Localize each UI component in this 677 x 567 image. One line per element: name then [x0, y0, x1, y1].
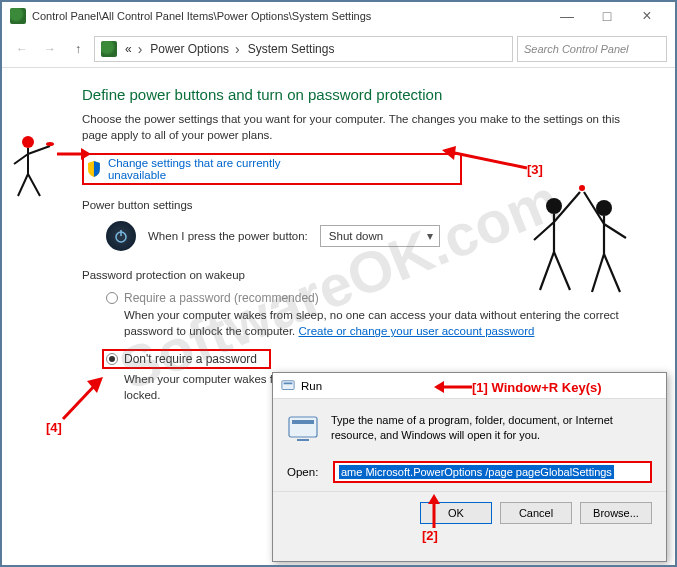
breadcrumb-icon [101, 41, 117, 57]
forward-button[interactable]: → [38, 37, 62, 61]
svg-rect-6 [297, 439, 309, 441]
crumb-power-options[interactable]: Power Options [150, 41, 239, 57]
search-input[interactable]: Search Control Panel [517, 36, 667, 62]
power-icon [106, 221, 136, 251]
password-section-title: Password protection on wakeup [82, 269, 625, 281]
radio-dont-require-password[interactable]: Don't require a password [102, 349, 271, 369]
run-title-text: Run [301, 380, 322, 392]
toolbar: ← → ↑ « Power Options System Settings Se… [2, 30, 675, 68]
run-icon [281, 379, 295, 393]
maximize-button[interactable]: □ [587, 5, 627, 27]
radio-dont-label: Don't require a password [124, 352, 257, 366]
page-heading: Define power buttons and turn on passwor… [82, 86, 625, 103]
ok-button[interactable]: OK [420, 502, 492, 524]
require-description: When your computer wakes from sleep, no … [82, 307, 625, 339]
radio-require-label: Require a password (recommended) [124, 291, 319, 305]
run-description: Type the name of a program, folder, docu… [331, 413, 652, 445]
power-button-label: When I press the power button: [148, 230, 308, 242]
up-button[interactable]: ↑ [66, 37, 90, 61]
radio-icon [106, 292, 118, 304]
run-open-input[interactable]: ame Microsoft.PowerOptions /page pageGlo… [333, 461, 652, 483]
control-panel-icon [10, 8, 26, 24]
create-password-link[interactable]: Create or change your user account passw… [299, 325, 535, 337]
run-big-icon [287, 413, 319, 445]
back-button[interactable]: ← [10, 37, 34, 61]
crumb-system-settings[interactable]: System Settings [248, 42, 341, 56]
titlebar-path: Control Panel\All Control Panel Items\Po… [32, 10, 371, 22]
power-button-dropdown[interactable]: Shut down [320, 225, 440, 247]
run-open-label: Open: [287, 466, 323, 478]
browse-button[interactable]: Browse... [580, 502, 652, 524]
shield-icon [86, 161, 102, 177]
svg-rect-2 [282, 380, 294, 389]
change-settings-link[interactable]: Change settings that are currently unava… [108, 157, 340, 181]
svg-rect-5 [292, 420, 314, 424]
breadcrumb[interactable]: « Power Options System Settings [94, 36, 513, 62]
titlebar: Control Panel\All Control Panel Items\Po… [2, 2, 675, 30]
change-settings-row: Change settings that are currently unava… [82, 153, 462, 185]
cancel-button[interactable]: Cancel [500, 502, 572, 524]
search-placeholder: Search Control Panel [524, 43, 629, 55]
power-button-section-title: Power button settings [82, 199, 625, 211]
power-button-value: Shut down [329, 230, 383, 242]
run-dialog: Run Type the name of a program, folder, … [272, 372, 667, 562]
power-button-row: When I press the power button: Shut down [82, 221, 625, 251]
page-description: Choose the power settings that you want … [82, 111, 625, 143]
close-button[interactable]: × [627, 5, 667, 27]
radio-icon [106, 353, 118, 365]
breadcrumb-back-chevron[interactable]: « [125, 41, 142, 57]
run-titlebar: Run [273, 373, 666, 399]
svg-rect-3 [284, 382, 293, 384]
run-open-value: ame Microsoft.PowerOptions /page pageGlo… [339, 465, 614, 479]
minimize-button[interactable]: — [547, 5, 587, 27]
radio-require-password[interactable]: Require a password (recommended) [82, 291, 625, 305]
run-button-row: OK Cancel Browse... [273, 491, 666, 534]
